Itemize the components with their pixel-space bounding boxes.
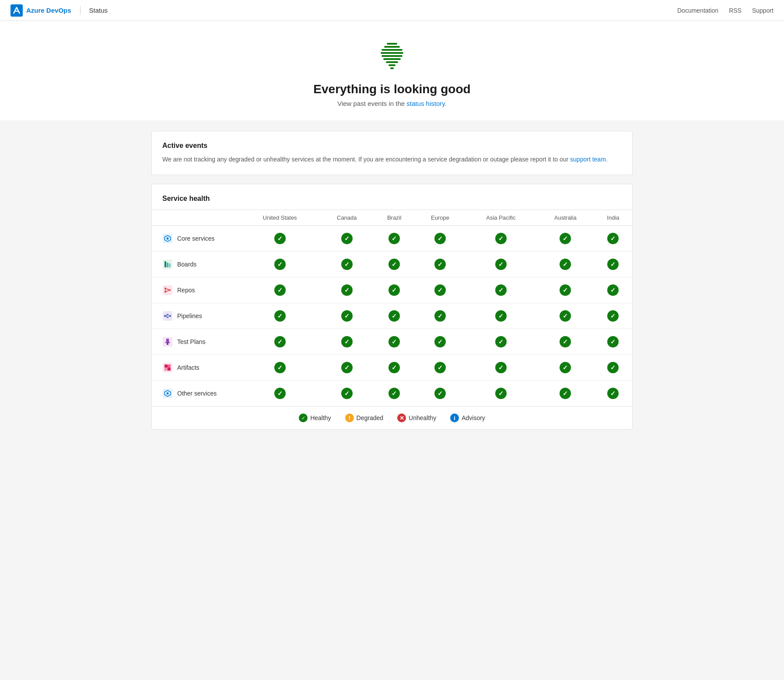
status-cell: ✓ — [373, 355, 415, 381]
healthy-check-icon: ✓ — [607, 284, 619, 296]
healthy-check-icon: ✓ — [274, 388, 286, 399]
status-cell: ✓ — [537, 303, 594, 329]
status-cell: ✓ — [373, 381, 415, 407]
healthy-icon: ✓ — [299, 414, 308, 422]
svg-rect-37 — [164, 368, 168, 371]
svg-rect-34 — [163, 363, 172, 372]
healthy-check-icon: ✓ — [434, 233, 446, 244]
healthy-check-icon: ✓ — [607, 388, 619, 399]
main-content: Active events We are not tracking any de… — [143, 131, 641, 430]
documentation-link[interactable]: Documentation — [677, 7, 718, 14]
healthy-check-icon: ✓ — [388, 388, 400, 399]
table-row: Test Plans ✓✓✓✓✓✓✓ — [152, 329, 632, 355]
status-cell: ✓ — [320, 381, 373, 407]
healthy-check-icon: ✓ — [560, 284, 571, 296]
svg-rect-16 — [163, 285, 172, 295]
status-cell: ✓ — [594, 381, 632, 407]
service-icon-other-services — [162, 388, 173, 399]
status-cell: ✓ — [373, 252, 415, 277]
service-name-other-services: Other services — [152, 381, 239, 407]
status-cell: ✓ — [320, 303, 373, 329]
status-cell: ✓ — [415, 303, 465, 329]
svg-rect-1 — [387, 43, 397, 45]
service-label: Pipelines — [162, 311, 236, 321]
legend: ✓ Healthy ! Degraded ✕ Unhealthy i Advis… — [152, 406, 632, 429]
healthy-check-icon: ✓ — [274, 336, 286, 347]
support-team-link[interactable]: support team. — [570, 156, 608, 163]
healthy-check-icon: ✓ — [341, 388, 353, 399]
devops-heart-icon — [374, 39, 410, 74]
status-cell: ✓ — [415, 355, 465, 381]
header-left: Azure DevOps Status — [10, 4, 108, 17]
col-asia: Asia Pacific — [465, 210, 537, 226]
service-label: Other services — [162, 388, 236, 399]
service-label: Boards — [162, 259, 236, 270]
status-cell: ✓ — [415, 252, 465, 277]
svg-point-19 — [169, 289, 171, 291]
col-australia: Australia — [537, 210, 594, 226]
service-label: Repos — [162, 285, 236, 295]
header: Azure DevOps Status Documentation RSS Su… — [0, 0, 784, 21]
service-icon-pipelines — [162, 311, 173, 321]
status-cell: ✓ — [465, 381, 537, 407]
healthy-check-icon: ✓ — [495, 388, 507, 399]
status-cell: ✓ — [415, 381, 465, 407]
healthy-check-icon: ✓ — [341, 362, 353, 373]
svg-rect-3 — [382, 49, 402, 51]
status-cell: ✓ — [320, 252, 373, 277]
col-europe: Europe — [415, 210, 465, 226]
healthy-check-icon: ✓ — [434, 310, 446, 322]
status-cell: ✓ — [239, 303, 320, 329]
svg-rect-33 — [167, 343, 168, 345]
legend-healthy-label: Healthy — [310, 414, 331, 421]
rss-link[interactable]: RSS — [729, 7, 742, 14]
active-events-card: Active events We are not tracking any de… — [151, 131, 633, 175]
status-cell: ✓ — [594, 303, 632, 329]
svg-rect-6 — [383, 58, 401, 60]
status-cell: ✓ — [537, 277, 594, 303]
status-cell: ✓ — [373, 277, 415, 303]
status-cell: ✓ — [320, 226, 373, 252]
healthy-check-icon: ✓ — [495, 233, 507, 244]
hero-section: Everything is looking good View past eve… — [0, 21, 784, 120]
legend-degraded: ! Degraded — [345, 414, 384, 422]
healthy-check-icon: ✓ — [388, 259, 400, 270]
status-history-link[interactable]: status history. — [406, 100, 446, 107]
col-service — [152, 210, 239, 226]
status-cell: ✓ — [537, 329, 594, 355]
svg-rect-15 — [169, 263, 171, 267]
healthy-check-icon: ✓ — [607, 336, 619, 347]
healthy-check-icon: ✓ — [274, 259, 286, 270]
svg-rect-14 — [167, 263, 168, 267]
table-row: Other services ✓✓✓✓✓✓✓ — [152, 381, 632, 407]
healthy-check-icon: ✓ — [388, 284, 400, 296]
service-label: Artifacts — [162, 362, 236, 373]
status-cell: ✓ — [239, 226, 320, 252]
status-cell: ✓ — [594, 355, 632, 381]
legend-degraded-label: Degraded — [357, 414, 384, 421]
legend-healthy: ✓ Healthy — [299, 414, 331, 422]
table-row: Repos ✓✓✓✓✓✓✓ — [152, 277, 632, 303]
healthy-check-icon: ✓ — [495, 259, 507, 270]
status-cell: ✓ — [537, 252, 594, 277]
active-events-body: We are not tracking any degraded or unhe… — [162, 156, 570, 163]
service-label: Core services — [162, 233, 236, 244]
header-section-label: Status — [89, 7, 108, 14]
healthy-check-icon: ✓ — [274, 233, 286, 244]
healthy-check-icon: ✓ — [274, 310, 286, 322]
svg-rect-4 — [381, 52, 403, 54]
service-health-card: Service health United States Canada Braz… — [151, 184, 633, 430]
status-cell: ✓ — [465, 252, 537, 277]
healthy-check-icon: ✓ — [560, 310, 571, 322]
legend-unhealthy: ✕ Unhealthy — [397, 414, 436, 422]
svg-rect-24 — [164, 315, 166, 317]
healthy-check-icon: ✓ — [607, 310, 619, 322]
brand-devops: DevOps — [46, 7, 71, 14]
svg-rect-7 — [386, 61, 398, 63]
svg-rect-0 — [10, 4, 23, 17]
service-name-artifacts: Artifacts — [152, 355, 239, 381]
support-link[interactable]: Support — [752, 7, 774, 14]
healthy-check-icon: ✓ — [274, 362, 286, 373]
service-health-title: Service health — [152, 184, 632, 210]
service-name-core-services: Core services — [152, 226, 239, 252]
